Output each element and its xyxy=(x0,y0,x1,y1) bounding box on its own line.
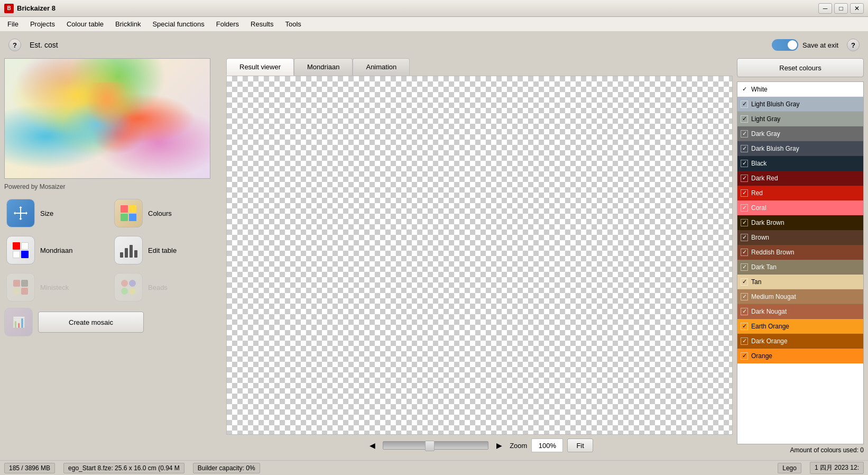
colour-row-light-gray[interactable]: ✓Light Gray xyxy=(737,112,863,126)
colour-checkbox[interactable]: ✓ xyxy=(741,101,748,108)
tab-result-viewer[interactable]: Result viewer xyxy=(226,58,294,76)
colour-checkbox[interactable]: ✓ xyxy=(741,293,748,300)
menu-tools[interactable]: Tools xyxy=(280,19,306,30)
tool-beads-label: Beads xyxy=(148,284,168,291)
menu-colour-table[interactable]: Colour table xyxy=(61,19,109,30)
colour-row-black[interactable]: ✓Black xyxy=(737,156,863,171)
tab-animation[interactable]: Animation xyxy=(353,58,410,76)
save-exit-toggle-container: Save at exit xyxy=(772,39,838,51)
menu-folders[interactable]: Folders xyxy=(211,19,244,30)
colour-row-white[interactable]: ✓White xyxy=(737,82,863,97)
colour-list[interactable]: ✓White✓Light Bluish Gray✓Light Gray✓Dark… xyxy=(737,81,864,444)
colour-checkbox[interactable]: ✓ xyxy=(741,130,748,138)
ministeck-icon xyxy=(6,273,35,302)
status-file: ego_Start 8.fze: 25.6 x 16.0 cm (0.94 M xyxy=(63,463,184,473)
zoom-scrollbar[interactable] xyxy=(383,441,488,450)
colour-row-dark-bluish-gray[interactable]: ✓Dark Bluish Gray xyxy=(737,141,863,156)
tool-size[interactable]: Size xyxy=(4,197,108,230)
colour-checkbox[interactable]: ✓ xyxy=(741,352,748,360)
title-bar: B Brickaizer 8 ─ □ ✕ xyxy=(0,0,868,17)
minimize-button[interactable]: ─ xyxy=(818,3,832,14)
checker-background xyxy=(227,76,732,434)
colour-name-label: Tan xyxy=(751,278,761,286)
menu-projects[interactable]: Projects xyxy=(25,19,60,30)
image-preview xyxy=(4,58,210,179)
colour-row-earth-orange[interactable]: ✓Earth Orange xyxy=(737,319,863,334)
tool-size-label: Size xyxy=(40,209,53,217)
amount-colours-label: Amount of colours used: 0 xyxy=(737,444,864,456)
viewer-area xyxy=(226,76,733,435)
colour-name-label: Medium Nougat xyxy=(751,293,796,300)
colour-name-label: Brown xyxy=(751,234,769,241)
colour-row-dark-gray[interactable]: ✓Dark Gray xyxy=(737,126,863,141)
window-controls: ─ □ ✕ xyxy=(818,3,864,14)
main-area: ? Est. cost Save at exit ? Powered by Mo… xyxy=(0,32,868,460)
colour-row-reddish-brown[interactable]: ✓Reddish Brown xyxy=(737,245,863,260)
center-panel: Result viewer Mondriaan Animation ◀ ▶ Zo… xyxy=(226,58,733,456)
colour-checkbox[interactable]: ✓ xyxy=(741,160,748,167)
colour-row-dark-brown[interactable]: ✓Dark Brown xyxy=(737,215,863,230)
colour-name-label: Earth Orange xyxy=(751,323,789,330)
colour-row-dark-red[interactable]: ✓Dark Red xyxy=(737,171,863,186)
zoom-thumb[interactable] xyxy=(425,441,435,451)
colour-row-dark-orange[interactable]: ✓Dark Orange xyxy=(737,334,863,349)
colour-name-label: Black xyxy=(751,160,767,167)
colour-checkbox[interactable]: ✓ xyxy=(741,234,748,241)
status-builder: Builder capacity: 0% xyxy=(193,463,260,473)
tool-ministeck-label: Ministeck xyxy=(40,284,69,291)
zoom-left-arrow[interactable]: ◀ xyxy=(366,439,378,452)
content-area: Powered by Mosaizer xyxy=(0,58,868,460)
tool-edit-table[interactable]: Edit table xyxy=(112,234,216,267)
colour-checkbox[interactable]: ✓ xyxy=(741,263,748,271)
create-mosaic-button[interactable]: Create mosaic xyxy=(38,312,144,333)
colour-checkbox[interactable]: ✓ xyxy=(741,278,748,286)
colour-checkbox[interactable]: ✓ xyxy=(741,145,748,152)
colour-name-label: Coral xyxy=(751,204,767,212)
zoom-right-arrow[interactable]: ▶ xyxy=(493,439,505,452)
menu-special-functions[interactable]: Special functions xyxy=(147,19,209,30)
colour-row-light-bluish-gray[interactable]: ✓Light Bluish Gray xyxy=(737,97,863,112)
mondriaan-icon xyxy=(6,236,35,264)
colour-name-label: Dark Red xyxy=(751,175,778,182)
create-mosaic-area: 📊 Create mosaic xyxy=(4,308,226,336)
colour-checkbox[interactable]: ✓ xyxy=(741,323,748,330)
help-button-left[interactable]: ? xyxy=(8,39,21,51)
close-button[interactable]: ✕ xyxy=(850,3,864,14)
colour-name-label: Dark Nougat xyxy=(751,308,787,315)
colour-row-medium-nougat[interactable]: ✓Medium Nougat xyxy=(737,289,863,304)
tool-colours[interactable]: Colours xyxy=(112,197,216,230)
fit-button[interactable]: Fit xyxy=(567,439,593,452)
colour-checkbox[interactable]: ✓ xyxy=(741,189,748,197)
tool-mondriaan[interactable]: Mondriaan xyxy=(4,234,108,267)
colour-row-orange[interactable]: ✓Orange xyxy=(737,349,863,363)
colour-checkbox[interactable]: ✓ xyxy=(741,219,748,226)
colour-checkbox[interactable]: ✓ xyxy=(741,337,748,345)
reset-colours-button[interactable]: Reset colours xyxy=(737,58,864,77)
colour-row-dark-tan[interactable]: ✓Dark Tan xyxy=(737,260,863,275)
menu-results[interactable]: Results xyxy=(245,19,279,30)
zoom-value: 100% xyxy=(531,439,563,452)
powered-by-label: Powered by Mosaizer xyxy=(4,183,226,190)
save-exit-toggle[interactable] xyxy=(772,39,798,51)
tabs: Result viewer Mondriaan Animation xyxy=(226,58,733,76)
colour-row-red[interactable]: ✓Red xyxy=(737,186,863,200)
colour-checkbox[interactable]: ✓ xyxy=(741,204,748,212)
colour-row-tan[interactable]: ✓Tan xyxy=(737,275,863,289)
help-button-right[interactable]: ? xyxy=(847,39,860,51)
colour-checkbox[interactable]: ✓ xyxy=(741,115,748,123)
colour-name-label: Orange xyxy=(751,352,772,360)
menu-bricklink[interactable]: Bricklink xyxy=(110,19,146,30)
maximize-button[interactable]: □ xyxy=(834,3,848,14)
colour-checkbox[interactable]: ✓ xyxy=(741,308,748,315)
beads-icon xyxy=(114,273,143,302)
tab-mondriaan[interactable]: Mondriaan xyxy=(294,58,353,76)
colour-row-dark-nougat[interactable]: ✓Dark Nougat xyxy=(737,304,863,319)
colour-checkbox[interactable]: ✓ xyxy=(741,175,748,182)
colour-checkbox[interactable]: ✓ xyxy=(741,249,748,256)
colour-row-coral[interactable]: ✓Coral xyxy=(737,200,863,215)
colour-row-brown[interactable]: ✓Brown xyxy=(737,230,863,245)
menu-file[interactable]: File xyxy=(2,19,24,30)
colour-name-label: Dark Gray xyxy=(751,130,780,138)
svg-marker-3 xyxy=(26,212,27,215)
colour-checkbox[interactable]: ✓ xyxy=(741,86,748,93)
